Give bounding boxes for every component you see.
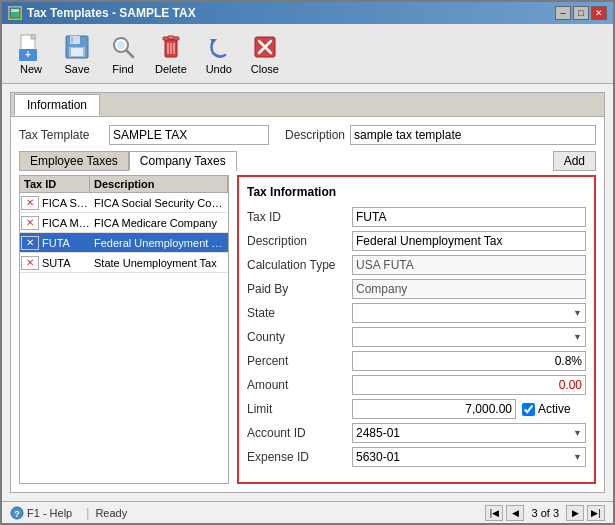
tax-id-2: FUTA [40, 236, 92, 250]
expense-id-row: Expense ID 5630-01 ▼ [247, 447, 586, 467]
calc-type-value [352, 255, 586, 275]
nav-prev-button[interactable]: ◀ [506, 505, 524, 521]
tax-id-field[interactable] [352, 207, 586, 227]
state-value: ▼ [352, 303, 586, 323]
add-button[interactable]: Add [553, 151, 596, 171]
employee-taxes-tab[interactable]: Employee Taxes [19, 151, 129, 171]
window-title: Tax Templates - SAMPLE TAX [27, 6, 196, 20]
tax-row[interactable]: ✕ FICA SS (C) FICA Social Security Compa… [20, 193, 228, 213]
minimize-button[interactable]: – [555, 6, 571, 20]
title-buttons: – □ ✕ [555, 6, 607, 20]
tax-delete-icon-3[interactable]: ✕ [21, 256, 39, 270]
tax-row[interactable]: ✕ FICA MED (C) FICA Medicare Company [20, 213, 228, 233]
paid-by-row: Paid By [247, 279, 586, 299]
tax-info-panel: Tax Information Tax ID Description [237, 175, 596, 484]
status-bar: ? F1 - Help | Ready |◀ ◀ 3 of 3 ▶ ▶| [2, 501, 613, 523]
percent-value [352, 351, 586, 371]
active-label: Active [538, 402, 571, 416]
new-button[interactable]: + New [10, 29, 52, 79]
help-label: F1 - Help [27, 507, 72, 519]
tax-id-0: FICA SS (C) [40, 196, 92, 210]
svg-text:+: + [25, 49, 31, 60]
find-button[interactable]: Find [102, 29, 144, 79]
tax-delete-icon-1[interactable]: ✕ [21, 216, 39, 230]
status-text: Ready [95, 507, 127, 519]
calc-type-label: Calculation Type [247, 258, 352, 272]
svg-text:?: ? [14, 509, 20, 519]
description-info-field[interactable] [352, 231, 586, 251]
description-label: Description [285, 128, 350, 142]
nav-total: 3 [553, 507, 559, 519]
county-dropdown-icon: ▼ [573, 332, 582, 342]
information-tab[interactable]: Information [14, 94, 100, 116]
close-label: Close [251, 63, 279, 75]
undo-label: Undo [206, 63, 232, 75]
account-id-select[interactable]: 2485-01 ▼ [352, 423, 586, 443]
tabs-section: Employee Taxes Company Taxes Add Tax ID [19, 151, 596, 484]
description-input[interactable] [350, 125, 596, 145]
status-divider: | [86, 506, 89, 520]
nav-next-button[interactable]: ▶ [566, 505, 584, 521]
paid-by-value [352, 279, 586, 299]
close-icon [251, 33, 279, 61]
paid-by-field [352, 279, 586, 299]
tax-row[interactable]: ✕ SUTA State Unemployment Tax [20, 253, 228, 273]
tax-delete-icon-0[interactable]: ✕ [21, 196, 39, 210]
account-id-dropdown-icon: ▼ [573, 428, 582, 438]
county-row: County ▼ [247, 327, 586, 347]
main-window: Tax Templates - SAMPLE TAX – □ ✕ + New [0, 0, 615, 525]
nav-first-button[interactable]: |◀ [485, 505, 503, 521]
information-tab-label: Information [27, 98, 87, 112]
active-checkbox-area: Active [522, 402, 571, 416]
tax-template-row: Tax Template Description [19, 125, 596, 145]
expense-id-select[interactable]: 5630-01 ▼ [352, 447, 586, 467]
tax-id-3: SUTA [40, 256, 92, 270]
percent-field[interactable] [352, 351, 586, 371]
new-label: New [20, 63, 42, 75]
tax-id-value [352, 207, 586, 227]
maximize-button[interactable]: □ [573, 6, 589, 20]
tab-header: Information [11, 93, 604, 117]
active-checkbox[interactable] [522, 403, 535, 416]
company-taxes-tab-label: Company Taxes [140, 154, 226, 168]
expense-id-label: Expense ID [247, 450, 352, 464]
county-label: County [247, 330, 352, 344]
close-button[interactable]: Close [244, 29, 286, 79]
title-bar-left: Tax Templates - SAMPLE TAX [8, 6, 196, 20]
amount-field[interactable] [352, 375, 586, 395]
calc-type-field [352, 255, 586, 275]
county-select[interactable]: ▼ [352, 327, 586, 347]
nav-last-button[interactable]: ▶| [587, 505, 605, 521]
county-value: ▼ [352, 327, 586, 347]
limit-value: Active [352, 399, 586, 419]
account-id-row: Account ID 2485-01 ▼ [247, 423, 586, 443]
state-select[interactable]: ▼ [352, 303, 586, 323]
undo-button[interactable]: Undo [198, 29, 240, 79]
svg-rect-11 [71, 48, 83, 56]
delete-button[interactable]: Delete [148, 29, 194, 79]
company-taxes-tab[interactable]: Company Taxes [129, 151, 237, 171]
toolbar: + New Save [2, 24, 613, 84]
save-button[interactable]: Save [56, 29, 98, 79]
sub-tab-row: Employee Taxes Company Taxes Add [19, 151, 596, 171]
content-area: Information Tax Template Description Emp… [2, 84, 613, 501]
tax-template-input[interactable] [109, 125, 269, 145]
state-row: State ▼ [247, 303, 586, 323]
limit-field[interactable] [352, 399, 516, 419]
svg-rect-1 [11, 9, 19, 12]
save-label: Save [64, 63, 89, 75]
undo-icon [205, 33, 233, 61]
nav-current: 3 [531, 507, 537, 519]
save-icon [63, 33, 91, 61]
help-icon-area[interactable]: ? F1 - Help [10, 506, 72, 520]
close-window-button[interactable]: ✕ [591, 6, 607, 20]
expense-id-dropdown-icon: ▼ [573, 452, 582, 462]
tax-row-selected[interactable]: ✕ FUTA Federal Unemployment Tax [20, 233, 228, 253]
amount-value [352, 375, 586, 395]
tax-list-header: Tax ID Description [20, 176, 228, 193]
state-dropdown-icon: ▼ [573, 308, 582, 318]
tax-delete-icon-2[interactable]: ✕ [21, 236, 39, 250]
tax-desc-1: FICA Medicare Company [92, 216, 228, 230]
find-icon [109, 33, 137, 61]
new-icon: + [17, 33, 45, 61]
